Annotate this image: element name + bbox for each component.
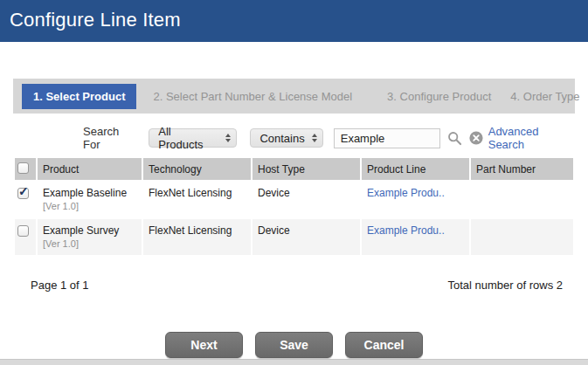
- search-category-value: All Products: [158, 125, 218, 151]
- host-type-cell: Device: [252, 219, 360, 255]
- total-rows-label: Total number of rows 2: [447, 279, 563, 292]
- table-row: Example Survey [Ver 1.0] FlexNet Licensi…: [15, 219, 573, 255]
- next-button[interactable]: Next: [165, 332, 243, 358]
- column-header-product-line[interactable]: Product Line: [362, 158, 469, 180]
- table-header-row: Product Technology Host Type Product Lin…: [15, 158, 573, 180]
- search-input[interactable]: [334, 128, 440, 148]
- page-indicator: Page 1 of 1: [31, 279, 89, 292]
- search-bar: Search For All Products Contains Advance…: [13, 127, 575, 149]
- dialog-header: Configure Line Item: [0, 0, 588, 42]
- search-icon[interactable]: [447, 131, 462, 146]
- product-line-link[interactable]: Example Produ..: [367, 187, 445, 199]
- row-checkbox[interactable]: [17, 225, 29, 237]
- save-button[interactable]: Save: [255, 332, 333, 358]
- step-select-product[interactable]: 1. Select Product: [22, 84, 136, 109]
- search-operator-select[interactable]: Contains: [250, 128, 322, 148]
- step-select-part-number[interactable]: 2. Select Part Number & License Model: [153, 90, 352, 103]
- advanced-search-link[interactable]: Advanced Search: [488, 125, 575, 151]
- select-stepper-arrows-icon: [312, 134, 317, 142]
- cancel-button[interactable]: Cancel: [345, 332, 423, 358]
- search-for-label: Search For: [83, 125, 137, 151]
- column-header-product[interactable]: Product: [38, 158, 142, 180]
- action-buttons: Next Save Cancel: [0, 332, 588, 358]
- step-order-type[interactable]: 4. Order Type: [510, 90, 579, 103]
- host-type-cell: Device: [252, 182, 360, 217]
- search-operator-value: Contains: [259, 132, 304, 145]
- column-header-host-type[interactable]: Host Type: [252, 158, 360, 180]
- pagination-bar: Page 1 of 1 Total number of rows 2: [13, 279, 575, 292]
- technology-cell: FlexNet Licensing: [143, 182, 251, 217]
- row-checkbox[interactable]: ✓: [17, 188, 29, 199]
- wizard-stepper: 1. Select Product 2. Select Part Number …: [13, 79, 575, 114]
- product-line-link[interactable]: Example Produ..: [367, 224, 445, 237]
- page-title: Configure Line Item: [0, 0, 588, 31]
- column-header-part-number[interactable]: Part Number: [471, 158, 573, 180]
- step-configure-product[interactable]: 3. Configure Product: [387, 90, 491, 103]
- table-row: ✓ Example Baseline [Ver 1.0] FlexNet Lic…: [15, 182, 573, 217]
- clear-search-icon[interactable]: [469, 131, 483, 145]
- search-category-select[interactable]: All Products: [149, 128, 237, 148]
- select-stepper-arrows-icon: [225, 134, 231, 142]
- window-bottom-edge: [0, 359, 588, 365]
- product-name: Example Baseline: [43, 187, 136, 199]
- product-name: Example Survey: [43, 224, 136, 237]
- part-number-cell: [471, 182, 573, 217]
- product-version: [Ver 1.0]: [43, 201, 136, 211]
- part-number-cell: [471, 219, 573, 255]
- products-table: Product Technology Host Type Product Lin…: [13, 156, 575, 257]
- technology-cell: FlexNet Licensing: [143, 219, 251, 255]
- product-version: [Ver 1.0]: [43, 238, 136, 249]
- checkmark-icon: ✓: [18, 184, 29, 198]
- column-header-technology[interactable]: Technology: [143, 158, 251, 180]
- select-all-checkbox[interactable]: [17, 162, 29, 174]
